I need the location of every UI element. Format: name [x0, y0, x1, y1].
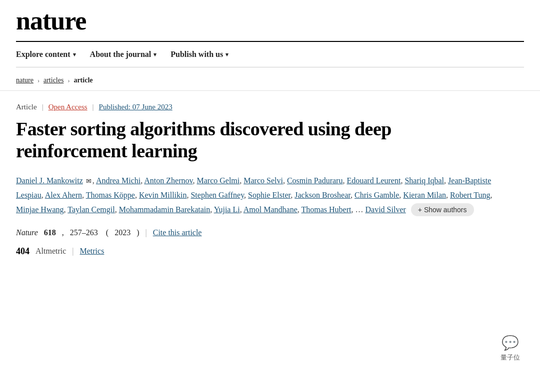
- author-19[interactable]: Taylan Cemgil: [68, 205, 114, 214]
- cite-this-article[interactable]: Cite this article: [153, 228, 202, 237]
- authors-section: Daniel J. Mankowitz ✉, Andrea Michi, Ant…: [16, 174, 516, 217]
- breadcrumb-separator-1: ›: [38, 77, 40, 84]
- meta-sep-1: |: [42, 103, 44, 111]
- author-5[interactable]: Cosmin Paduraru: [287, 176, 343, 185]
- breadcrumb-articles[interactable]: articles: [44, 76, 64, 84]
- explore-chevron-icon: ▾: [73, 51, 76, 58]
- author-24[interactable]: David Silver: [366, 205, 406, 214]
- article-title: Faster sorting algorithms discovered usi…: [16, 118, 496, 162]
- author-12[interactable]: Stephen Gaffney: [190, 191, 244, 199]
- page-header: nature Explore content ▾ About the journ…: [0, 0, 540, 67]
- altmetric-score: 404: [16, 246, 30, 257]
- author-17[interactable]: Robert Tung: [450, 191, 490, 199]
- wechat-label: 量子位: [500, 353, 520, 362]
- metrics-sep: |: [72, 247, 74, 256]
- author-2[interactable]: Anton Zhernov: [144, 176, 192, 185]
- journal-pages: ,: [62, 228, 64, 237]
- author-3[interactable]: Marco Gelmi: [196, 176, 240, 185]
- author-18[interactable]: Minjae Hwang: [16, 205, 64, 214]
- nav-publish[interactable]: Publish with us ▾: [170, 48, 238, 61]
- author-14[interactable]: Jackson Broshear: [294, 191, 350, 199]
- breadcrumb-separator-2: ›: [68, 77, 70, 84]
- published-date[interactable]: Published: 07 June 2023: [99, 103, 172, 111]
- open-access-badge[interactable]: Open Access: [48, 103, 88, 111]
- about-chevron-icon: ▾: [154, 51, 156, 58]
- author-16[interactable]: Kieran Milan: [403, 191, 446, 199]
- author-22[interactable]: Amol Mandhane: [244, 205, 298, 214]
- author-6[interactable]: Edouard Leurent: [346, 176, 400, 185]
- journal-pages-val: 257–263: [70, 228, 98, 237]
- journal-year-paren: (: [104, 228, 108, 237]
- nav-explore[interactable]: Explore content ▾: [16, 48, 86, 61]
- nav-about[interactable]: About the journal ▾: [90, 48, 167, 61]
- breadcrumb-home[interactable]: nature: [16, 76, 34, 84]
- author-10[interactable]: Thomas Köppe: [86, 191, 135, 199]
- author-11[interactable]: Kevin Millikin: [139, 191, 187, 199]
- citation-section: Nature 618, 257–263 (2023) | Cite this a…: [16, 228, 524, 237]
- journal-name: Nature: [16, 228, 38, 237]
- wechat-icon: 💬: [502, 335, 519, 351]
- author-21[interactable]: Yujia Li: [214, 205, 240, 214]
- nature-logo[interactable]: nature: [16, 8, 86, 34]
- meta-sep-2: |: [92, 103, 94, 111]
- author-email-icon: ✉: [86, 177, 92, 185]
- breadcrumb: nature › articles › article: [16, 76, 524, 84]
- author-9[interactable]: Alex Ahern: [45, 191, 82, 199]
- altmetric-label: Altmetric: [36, 247, 66, 256]
- author-23[interactable]: Thomas Hubert: [302, 205, 352, 214]
- author-13[interactable]: Sophie Elster: [248, 191, 290, 199]
- breadcrumb-section: nature › articles › article: [0, 67, 540, 91]
- metrics-link[interactable]: Metrics: [80, 247, 104, 256]
- article-type: Article: [16, 103, 37, 111]
- citation-pipe: |: [146, 228, 147, 237]
- wechat-watermark: 💬 量子位: [500, 335, 520, 362]
- author-1[interactable]: Andrea Michi: [96, 176, 140, 185]
- article-meta: Article | Open Access | Published: 07 Ju…: [16, 103, 524, 111]
- show-authors-button[interactable]: + Show authors: [411, 203, 474, 216]
- author-7[interactable]: Shariq Iqbal: [404, 176, 444, 185]
- main-nav: Explore content ▾ About the journal ▾ Pu…: [16, 41, 524, 67]
- journal-year: 2023: [114, 228, 130, 237]
- metrics-section: 404 Altmetric | Metrics: [16, 246, 524, 257]
- main-content: Article | Open Access | Published: 07 Ju…: [0, 91, 540, 273]
- journal-volume: 618: [44, 228, 56, 237]
- author-15[interactable]: Chris Gamble: [354, 191, 399, 199]
- publish-chevron-icon: ▾: [226, 51, 228, 58]
- author-20[interactable]: Mohammadamin Barekatain: [119, 205, 210, 214]
- breadcrumb-current: article: [74, 76, 92, 84]
- author-4[interactable]: Marco Selvi: [244, 176, 283, 185]
- author-0[interactable]: Daniel J. Mankowitz: [16, 176, 83, 185]
